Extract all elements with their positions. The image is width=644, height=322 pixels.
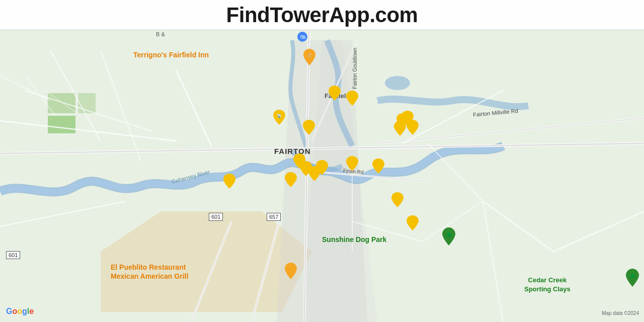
tower-pin-e4[interactable] <box>394 121 406 136</box>
tower-pin-fairfield-1[interactable] <box>329 86 341 101</box>
tower-pin-1[interactable]: 📡 <box>273 110 285 125</box>
svg-point-43 <box>306 122 312 128</box>
svg-point-7 <box>385 76 410 90</box>
tower-pin-2[interactable] <box>303 120 315 135</box>
food-pin-elpueblito[interactable] <box>284 263 297 279</box>
svg-text:🌲: 🌲 <box>629 273 636 279</box>
tower-pin-sw1[interactable] <box>285 172 297 187</box>
svg-rect-1 <box>48 93 75 113</box>
tower-pin-se1[interactable] <box>391 192 404 207</box>
google-logo: Google <box>6 307 34 316</box>
green-pin-sunshine[interactable]: 🌲 <box>442 227 456 246</box>
road-601-sign: 601 <box>209 213 223 221</box>
food-pin-terrigno[interactable]: 🍴 <box>303 49 316 65</box>
tower-pin-c5[interactable] <box>346 156 358 171</box>
header: FindTowerApp.com <box>0 0 644 30</box>
road-657-sign: 657 <box>267 213 281 221</box>
svg-text:🛍: 🛍 <box>300 34 306 40</box>
svg-text:📡: 📡 <box>277 113 282 118</box>
map-attribution: Map data ©2024 <box>602 310 639 316</box>
road-601-sw-sign: 601 <box>6 251 20 259</box>
tower-pin-w1[interactable] <box>223 174 235 189</box>
green-pin-cedar-creek[interactable]: 🌲 <box>625 269 639 287</box>
shopping-pin-top[interactable]: 🛍 <box>297 31 308 44</box>
map-container: FindTowerApp.com B & Terrigno's Fairfiel… <box>0 0 644 322</box>
tower-pin-c6[interactable] <box>372 158 384 174</box>
site-title: FindTowerApp.com <box>226 3 418 27</box>
svg-text:🌲: 🌲 <box>446 231 452 238</box>
svg-rect-2 <box>48 116 75 133</box>
tower-pin-se2[interactable] <box>407 215 419 230</box>
tower-pin-c4[interactable] <box>316 160 328 175</box>
svg-text:🍴: 🍴 <box>307 52 313 58</box>
tower-pin-fairfield-2[interactable] <box>346 91 358 106</box>
